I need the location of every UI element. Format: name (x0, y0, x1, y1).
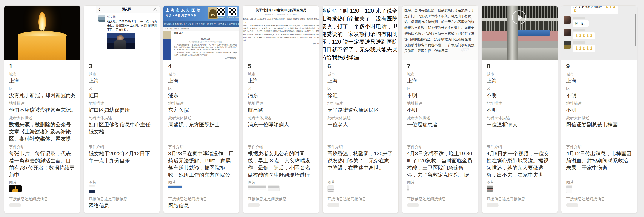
cover-group-chat-screenshot: 只有其女儿眼见其病逝… 啊，这。 (562, 5, 637, 60)
doc-paragraph: 急情况后，现场核酸检测的医务人员已奔赴其家中进行了数十分钟的紧急抢救，在执行对同… (243, 24, 319, 33)
prayer-hands-emoji (586, 46, 589, 50)
case-card-6[interactable]: 迷病危了叫 120，120 来了说全上海发热门诊都关了，没有医院接收，打了一个多… (322, 5, 398, 213)
field-value-event: 3月23日在家中哮喘发作，用药后无法缓解。19时，家属驾车送其就诊，被医院拒收。… (168, 150, 234, 179)
prayer-hands-emoji (579, 46, 582, 50)
field-value-deceased: 浦东一位哮喘病人 (248, 121, 314, 142)
prayer-hands-emoji (586, 34, 589, 37)
field-label-event: 事件介绍 (9, 145, 75, 149)
avatar (98, 15, 105, 22)
field-label-address: 地址描述 (486, 101, 553, 106)
field-label-address: 地址描述 (328, 101, 394, 106)
field-value-address: 他们不应该被漠视甚至忘记。 (9, 106, 75, 113)
field-value-address: 航昌路 (248, 106, 314, 113)
avatar (564, 29, 571, 36)
field-label-district: 区 (248, 86, 314, 91)
attachment-thumbnail[interactable] (168, 186, 182, 190)
field-label-district: 区 (168, 86, 234, 91)
attachment-thumbnail[interactable] (407, 186, 409, 192)
attachment-thumbnail[interactable] (566, 186, 572, 193)
attachment-thumbnail[interactable] (9, 186, 22, 192)
case-card-7[interactable]: 微博 微博 医院。当时有些低烧，但是发热门诊在消杀，于是在门口的黑夜里等待了很久… (402, 5, 478, 213)
field-label-image: 图片 (486, 180, 553, 185)
attachment-thumbnail[interactable] (248, 186, 266, 190)
article-paragraph: 周盛妮为我院护士，一直在院内从事护理相关工作。3月23日在家中哮喘发作，用药后无… (174, 44, 237, 51)
field-label-city: 城市 (486, 72, 553, 76)
field-label-deceased: 死者大体描述 (328, 116, 394, 120)
prayer-hands-emoji (582, 34, 585, 37)
qr-code (228, 7, 237, 16)
doc-signature: 浦东新区 (243, 42, 319, 45)
blue-awning (516, 30, 550, 36)
field-label-event: 事件介绍 (407, 145, 473, 149)
case-card-8[interactable]: 8 城市 上海 区 不明 地址描述 不明 死者大体描述 一位透析病人 事件介绍 … (482, 5, 558, 213)
chat-bubble: 啊，这。 (572, 20, 588, 27)
case-card-9[interactable]: 只有其女儿眼见其病逝… 啊，这。 9 城市 上海 区 (561, 5, 637, 213)
attachment-thumbnail[interactable] (328, 186, 334, 192)
prayer-hands-emoji (613, 5, 616, 8)
field-value-district: 浦东 (168, 92, 234, 99)
field-label-address: 地址描述 (88, 101, 155, 106)
chat-bubble (572, 45, 595, 52)
field-label-direct: 直接信息还是间接信息 (566, 197, 632, 201)
field-value-event: 高烧昏迷，核酸阴，120来了说发热门诊关了。无奈在家中降温，在昏迷中离世。 (328, 150, 394, 179)
field-label-city: 城市 (248, 72, 314, 76)
camera-icon (153, 8, 157, 11)
field-value-district: 浦东 (248, 92, 314, 99)
doc-meta: 【信息来源: 】【信息时间: 2022-03-31】 (245, 13, 317, 16)
field-value-city: 上海 (168, 77, 234, 84)
attachment-thumbnail[interactable] (88, 186, 95, 193)
field-label-district: 区 (566, 86, 632, 91)
card-number: 7 (407, 62, 473, 70)
field-label-direct: 直接信息还是间接信息 (328, 197, 394, 201)
breadcrumb: 位置: 首页 >>概览>>最新动态 (164, 27, 239, 30)
field-value-city: 上海 (407, 77, 473, 84)
field-label-city: 城市 (88, 72, 155, 76)
section-title: 最新动态 (174, 31, 237, 36)
field-label-event: 事件介绍 (88, 145, 155, 149)
cover-hospital-website-screenshot: 上海市东方医院 同济大学附属东方医院 100 微信二维码 患者移动服务平台 院况… (164, 5, 239, 60)
case-card-5[interactable]: 关于对浦东120急救中心的调查情况 【信息来源: 】【信息时间: 2022-03… (243, 5, 319, 213)
field-label-district: 区 (9, 86, 75, 91)
scrollbar-thumb[interactable] (636, 14, 636, 46)
blurred-username (573, 29, 586, 31)
field-value-direct: 网络信息 (168, 202, 234, 209)
field-label-event: 事件介绍 (328, 145, 394, 149)
play-button-icon[interactable] (512, 10, 526, 24)
field-value-event: 4月3日突感不适，晚上19:30叫了120急救。当时面临全员核酸，三甲医院门急诊… (407, 150, 473, 179)
cover-large-text-screenshot: 迷病危了叫 120，120 来了说全上海发热门诊都关了，没有医院接收，打了一个多… (323, 5, 398, 60)
field-label-district: 区 (88, 86, 155, 91)
empty-value-pill (9, 203, 21, 207)
field-value-deceased: 一位老人 (328, 121, 394, 142)
post-text: 钱文雄于2022年4月12日下午一点十九分去世。疫情期间一切从简。家属目前悲痛不… (107, 19, 158, 31)
prayer-hands-emoji (574, 8, 576, 12)
field-label-image: 图片 (328, 180, 394, 185)
case-card-4[interactable]: 上海市东方医院 同济大学附属东方医院 100 微信二维码 患者移动服务平台 院况… (163, 5, 240, 213)
case-card-3[interactable]: ‹ 朋友圈 钱文雄 钱文雄于2022年4月12日下午一点十九分去世。疫情期间一切… (84, 5, 160, 213)
hospital-name: 上海市东方医院 (166, 8, 239, 13)
cover-wechat-moments-screenshot: ‹ 朋友圈 钱文雄 钱文雄于2022年4月12日下午一点十九分去世。疫情期间一切… (84, 5, 160, 60)
empty-value-pill (328, 203, 340, 207)
balcony-rail (482, 48, 558, 59)
empty-value-pill (248, 203, 260, 207)
field-value-city: 上海 (486, 77, 553, 84)
attachment-thumbnail[interactable] (268, 186, 280, 192)
cover-candle-photo (4, 5, 80, 60)
field-label-deceased: 死者大体描述 (168, 116, 234, 120)
qr-label: 患者移动服务平台 (226, 16, 239, 18)
field-label-direct: 直接信息还是间接信息 (168, 197, 234, 201)
field-label-city: 城市 (566, 72, 632, 76)
field-label-deceased: 死者大体描述 (407, 116, 473, 120)
gallery-board: 1 城市 上海 区 没有死于新冠，却因新冠而死 地址描述 他们不应该被漠视甚至忘… (0, 0, 644, 213)
prayer-hands-emoji (575, 46, 578, 50)
card-number: 1 (9, 62, 75, 70)
back-icon: ‹ (98, 6, 100, 12)
field-value-city: 上海 (566, 77, 632, 84)
field-label-direct: 直接信息还是间接信息 (407, 197, 473, 201)
chat-bubble (572, 32, 595, 39)
empty-value-pill (407, 203, 419, 207)
doc-title: 关于对浦东120急救中心的调查情况 (245, 8, 317, 12)
attachment-thumbnail[interactable] (486, 186, 493, 192)
field-value-deceased: 一位透析病人 (486, 121, 553, 142)
case-card-1[interactable]: 1 城市 上海 区 没有死于新冠，却因新冠而死 地址描述 他们不应该被漠视甚至忘… (4, 5, 80, 213)
field-value-district: 不明 (486, 92, 553, 99)
